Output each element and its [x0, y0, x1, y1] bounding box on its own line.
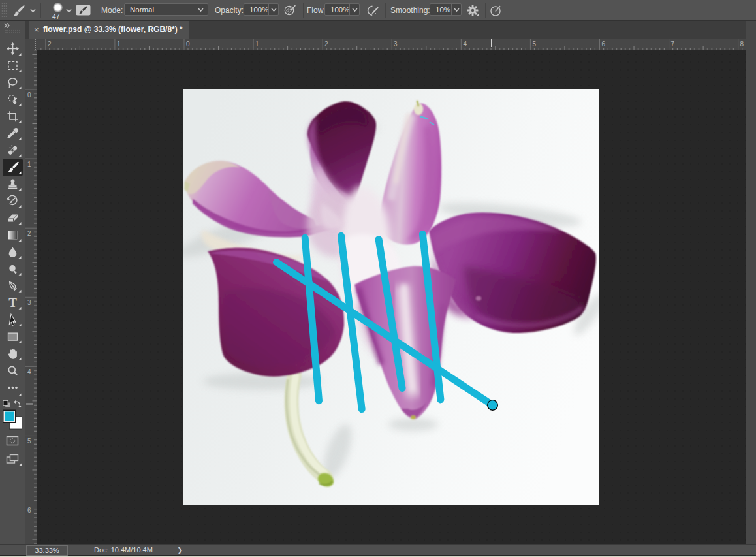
svg-text:3: 3 — [394, 40, 398, 48]
svg-text:T: T — [8, 296, 17, 310]
svg-text:0: 0 — [27, 91, 31, 99]
svg-text:8: 8 — [740, 40, 744, 48]
svg-text:7: 7 — [671, 40, 675, 48]
svg-text:1: 1 — [117, 40, 121, 48]
svg-text:2: 2 — [48, 40, 52, 48]
svg-text:6: 6 — [602, 40, 606, 48]
svg-text:2: 2 — [324, 40, 328, 48]
svg-text:5: 5 — [533, 40, 537, 48]
svg-text:2: 2 — [27, 230, 31, 237]
svg-text:1: 1 — [255, 40, 259, 48]
svg-text:4: 4 — [27, 368, 31, 375]
svg-text:1: 1 — [27, 161, 31, 168]
svg-text:4: 4 — [464, 40, 467, 48]
svg-text:3: 3 — [27, 299, 31, 306]
svg-text:6: 6 — [27, 507, 31, 514]
svg-text:5: 5 — [27, 438, 31, 445]
svg-text:0: 0 — [186, 40, 190, 48]
